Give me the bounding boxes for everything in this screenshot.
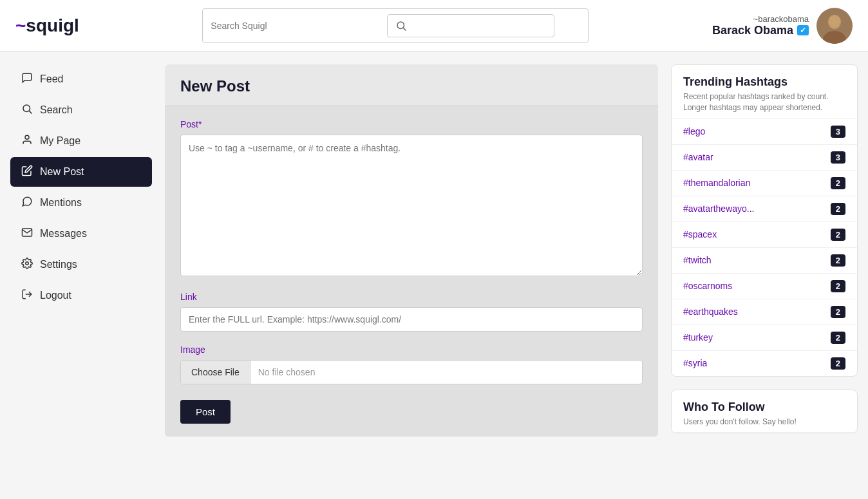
hashtag-count: 3: [831, 126, 845, 138]
main-content: New Post Post* Link Image Choose File No…: [165, 64, 658, 446]
svg-point-5: [829, 15, 840, 27]
hashtag-count: 2: [831, 229, 845, 241]
hashtag-link[interactable]: #earthquakes: [683, 306, 738, 317]
user-handle: ~barackobama: [712, 14, 809, 24]
who-follow-header: Who To Follow Users you don't follow. Sa…: [672, 390, 857, 433]
who-follow-title: Who To Follow: [683, 400, 845, 414]
hashtag-link[interactable]: #avatar: [683, 152, 713, 162]
svg-point-6: [23, 105, 30, 112]
sidebar-item-messages[interactable]: Messages: [10, 219, 152, 249]
mentions-icon: [21, 196, 33, 210]
sidebar: Feed Search My Page New Post Mentions: [10, 64, 152, 446]
new-post-body: Post* Link Image Choose File No file cho…: [165, 106, 658, 437]
sidebar-label-logout: Logout: [40, 290, 71, 301]
link-input[interactable]: [180, 307, 643, 332]
sidebar-item-mentions[interactable]: Mentions: [10, 188, 152, 218]
sidebar-label-settings: Settings: [40, 259, 77, 270]
hashtag-link[interactable]: #spacex: [683, 229, 717, 240]
sidebar-label-newpost: New Post: [40, 166, 84, 178]
hashtag-count: 2: [831, 357, 845, 370]
sidebar-item-logout[interactable]: Logout: [10, 281, 152, 310]
trending-hashtags-card: Trending Hashtags Recent popular hashtag…: [671, 64, 858, 377]
hashtag-link[interactable]: #avatarthewayo...: [683, 203, 755, 214]
hashtag-link[interactable]: #syria: [683, 358, 707, 368]
hashtag-item[interactable]: #syria 2: [672, 350, 857, 376]
feed-icon: [21, 72, 33, 86]
image-label: Image: [180, 344, 643, 355]
who-to-follow-card: Who To Follow Users you don't follow. Sa…: [671, 390, 858, 434]
avatar[interactable]: [816, 8, 853, 44]
verified-badge: ✓: [797, 25, 809, 35]
sidebar-item-settings[interactable]: Settings: [10, 250, 152, 279]
sidebar-label-feed: Feed: [40, 73, 63, 85]
sidebar-label-search: Search: [40, 104, 73, 116]
logo-squigl: squigl: [26, 15, 79, 36]
user-icon: [21, 134, 33, 148]
search-button[interactable]: [387, 14, 554, 37]
post-form-group: Post*: [180, 119, 643, 279]
svg-line-7: [29, 111, 32, 113]
link-label: Link: [180, 292, 643, 302]
post-label: Post*: [180, 119, 643, 129]
logo[interactable]: ~squigl: [15, 15, 79, 36]
user-info: ~barackobama Barack Obama ✓: [712, 14, 809, 37]
hashtag-item[interactable]: #avatarthewayo... 2: [672, 196, 857, 221]
post-button[interactable]: Post: [180, 400, 231, 424]
file-name-display: No file chosen: [250, 361, 642, 384]
svg-point-0: [397, 22, 404, 29]
hashtag-link[interactable]: #turkey: [683, 332, 713, 343]
main-layout: Feed Search My Page New Post Mentions: [0, 52, 868, 459]
user-profile: ~barackobama Barack Obama ✓: [712, 8, 853, 44]
user-display-name: Barack Obama: [712, 24, 793, 37]
page-title: New Post: [180, 77, 643, 95]
hashtag-link[interactable]: #oscarnoms: [683, 281, 732, 291]
new-post-header: New Post: [165, 64, 658, 106]
search-icon: [395, 20, 407, 32]
svg-point-8: [25, 135, 29, 139]
edit-icon: [21, 165, 33, 179]
post-textarea[interactable]: [180, 135, 643, 276]
hashtag-item[interactable]: #twitch 2: [672, 247, 857, 273]
link-form-group: Link: [180, 292, 643, 332]
svg-line-1: [404, 28, 406, 30]
hashtag-count: 2: [831, 306, 845, 318]
sidebar-label-messages: Messages: [40, 228, 87, 240]
sidebar-item-search[interactable]: Search: [10, 95, 152, 125]
svg-point-9: [26, 262, 29, 265]
hashtag-item[interactable]: #spacex 2: [672, 221, 857, 247]
search-input[interactable]: [211, 21, 361, 31]
search-bar: [202, 8, 589, 43]
hashtag-count: 2: [831, 280, 845, 292]
user-name-row: Barack Obama ✓: [712, 24, 809, 37]
choose-file-button[interactable]: Choose File: [181, 361, 250, 384]
file-input-wrapper: Choose File No file chosen: [180, 360, 643, 384]
hashtag-item[interactable]: #turkey 2: [672, 325, 857, 350]
logout-icon: [21, 288, 33, 303]
hashtag-item[interactable]: #oscarnoms 2: [672, 273, 857, 299]
sidebar-item-mypage[interactable]: My Page: [10, 126, 152, 156]
hashtag-count: 2: [831, 203, 845, 215]
new-post-card: New Post Post* Link Image Choose File No…: [165, 64, 658, 437]
hashtag-list: #lego 3 #avatar 3 #themandalorian 2 #ava…: [672, 118, 857, 376]
trending-header: Trending Hashtags Recent popular hashtag…: [672, 65, 857, 118]
hashtag-item[interactable]: #earthquakes 2: [672, 299, 857, 325]
right-sidebar: Trending Hashtags Recent popular hashtag…: [671, 64, 858, 446]
hashtag-count: 2: [831, 332, 845, 344]
hashtag-item[interactable]: #themandalorian 2: [672, 170, 857, 196]
sidebar-item-feed[interactable]: Feed: [10, 64, 152, 94]
sidebar-item-newpost[interactable]: New Post: [10, 157, 152, 187]
hashtag-link[interactable]: #themandalorian: [683, 178, 750, 188]
sidebar-label-mypage: My Page: [40, 135, 80, 147]
search-icon: [21, 103, 33, 117]
hashtag-item[interactable]: #lego 3: [672, 118, 857, 144]
hashtag-link[interactable]: #twitch: [683, 255, 712, 265]
messages-icon: [21, 227, 33, 241]
hashtag-count: 2: [831, 254, 845, 267]
trending-subtitle: Recent popular hashtags ranked by count.…: [683, 91, 845, 113]
avatar-image: [816, 8, 853, 44]
hashtag-item[interactable]: #avatar 3: [672, 144, 857, 170]
sidebar-label-mentions: Mentions: [40, 197, 82, 209]
header: ~squigl ~barackobama Barack Obama ✓: [0, 0, 868, 52]
hashtag-link[interactable]: #lego: [683, 126, 705, 137]
hashtag-count: 3: [831, 151, 845, 164]
